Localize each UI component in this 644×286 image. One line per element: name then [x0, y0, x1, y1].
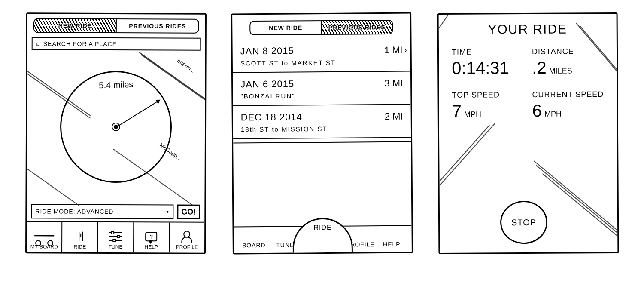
stat-time: TIME 0:14:31 [452, 47, 523, 78]
road-icon [74, 231, 85, 242]
sliders-icon [109, 231, 122, 242]
tab-new-ride[interactable]: NEW RIDE [250, 21, 321, 34]
bottom-nav: BOARD TUNE PROFILE HELP RIDE [234, 225, 412, 253]
stat-label: TOP SPEED [452, 90, 523, 100]
ride-mode-select[interactable]: RIDE MODE: ADVANCED ▾ [31, 204, 173, 219]
nav-board[interactable]: BOARD [238, 242, 270, 251]
search-placeholder: SEARCH FOR A PLACE [43, 40, 117, 47]
tab-new-ride[interactable]: NEW RIDE [34, 19, 116, 32]
ride-distance: 2 MI [385, 111, 403, 122]
nav-help[interactable]: ? HELP [134, 222, 170, 252]
nav-ride[interactable]: RIDE [62, 222, 98, 252]
stat-label: DISTANCE [532, 47, 604, 56]
stat-distance: DISTANCE .2 MILES [532, 47, 604, 77]
stat-label: CURRENT SPEED [532, 90, 604, 99]
go-button[interactable]: GO! [177, 204, 200, 219]
road-label-1: Interm... [176, 57, 197, 74]
stat-value: 7 [452, 101, 462, 121]
chevron-right-icon: › [404, 46, 407, 54]
mode-row: RIDE MODE: ADVANCED ▾ GO! [31, 204, 200, 219]
nav-label: HELP [145, 244, 158, 250]
nav-label: MY BOARD [30, 243, 58, 249]
tab-previous-rides[interactable]: PREVIOUS RIDES [322, 21, 392, 34]
mode-value: ADVANCED [77, 208, 114, 215]
screen-previous-rides: NEW RIDE PREVIOUS RIDES JAN 8 2015 1 MI … [231, 12, 413, 255]
screen-new-ride: NEW RIDE PREVIOUS RIDES ⌕ SEARCH FOR A P… [25, 12, 207, 254]
stat-current-speed: CURRENT SPEED 6 MPH [532, 90, 604, 120]
segmented-tabs: NEW RIDE PREVIOUS RIDES [249, 20, 393, 35]
stat-unit: MPH [544, 110, 562, 119]
stat-top-speed: TOP SPEED 7 MPH [452, 90, 523, 121]
radius-label: 5.4 miles [99, 80, 134, 91]
ride-row[interactable]: DEC 18 2014 2 MI 18th ST to MISSION ST [233, 105, 411, 139]
skateboard-icon [34, 235, 54, 241]
ride-distance: 3 MI [384, 78, 403, 89]
mode-prefix: RIDE MODE: [35, 208, 75, 215]
stop-area: STOP [439, 124, 618, 253]
nav-help[interactable]: HELP [376, 241, 407, 250]
ride-date: DEC 18 2014 [241, 111, 302, 123]
nav-tune[interactable]: TUNE [98, 222, 134, 252]
search-icon: ⌕ [36, 40, 40, 47]
screen-active-ride: YOUR RIDE TIME 0:14:31 DISTANCE .2 MILES… [437, 12, 619, 254]
nav-profile[interactable]: PROFILE [170, 222, 204, 252]
ride-distance: 1 MI [384, 45, 403, 56]
ride-row[interactable]: JAN 6 2015 3 MI "BONZAI RUN" [233, 72, 411, 106]
search-input[interactable]: ⌕ SEARCH FOR A PLACE [32, 37, 201, 50]
ride-subtitle: "BONZAI RUN" [240, 92, 403, 100]
stop-button[interactable]: STOP [500, 201, 548, 244]
ride-date: JAN 8 2015 [240, 45, 294, 57]
stat-label: TIME [452, 47, 523, 57]
nav-label: TUNE [109, 244, 123, 250]
nav-my-board[interactable]: MY BOARD [27, 222, 62, 252]
stat-value: 6 [532, 101, 542, 120]
ride-subtitle: SCOTT ST to MARKET ST [240, 58, 403, 67]
stat-value: .2 [532, 58, 547, 77]
segmented-tabs: NEW RIDE PREVIOUS RIDES [33, 18, 199, 33]
stats-grid: TIME 0:14:31 DISTANCE .2 MILES TOP SPEED… [439, 36, 617, 125]
stat-unit: MPH [464, 110, 481, 119]
map-area[interactable]: Interm... McCopp... 5.4 miles [31, 53, 200, 200]
ride-row[interactable]: JAN 8 2015 1 MI SCOTT ST to MARKET ST › [232, 39, 410, 73]
help-icon: ? [145, 232, 157, 241]
profile-icon [182, 231, 193, 243]
page-title: YOUR RIDE [439, 22, 617, 37]
nav-label: PROFILE [176, 244, 198, 250]
tab-previous-rides[interactable]: PREVIOUS RIDES [117, 19, 198, 33]
ride-date: JAN 6 2015 [240, 78, 294, 90]
bottom-nav: MY BOARD RIDE TUNE ? HELP PROFILE [27, 221, 204, 252]
rides-list: JAN 8 2015 1 MI SCOTT ST to MARKET ST › … [232, 39, 411, 227]
nav-label: RIDE [74, 244, 86, 250]
stat-unit: MILES [549, 66, 572, 75]
chevron-down-icon: ▾ [166, 209, 169, 215]
ride-subtitle: 18th ST to MISSION ST [241, 125, 403, 133]
stat-value: 0:14:31 [452, 58, 509, 78]
